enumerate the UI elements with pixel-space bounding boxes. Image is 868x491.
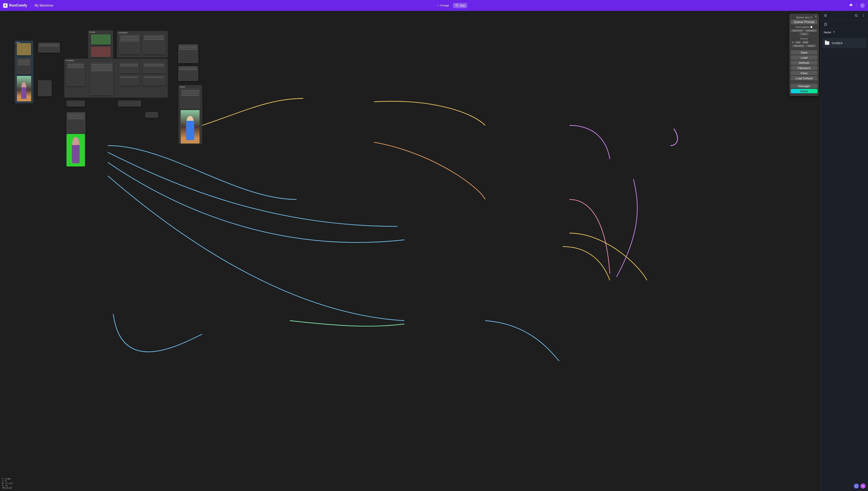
view-queue-button[interactable]: View Queue xyxy=(805,29,818,32)
group-prompt-label: Prompt xyxy=(89,31,95,33)
history-item: 0: Load Delete xyxy=(792,41,816,44)
node[interactable] xyxy=(178,44,198,63)
node[interactable] xyxy=(38,42,60,53)
header-divider xyxy=(31,3,31,8)
header-divider-2 xyxy=(856,3,857,8)
stat-fps: FPS:56.82 xyxy=(2,487,13,489)
fab-row xyxy=(854,484,866,489)
more-icon[interactable] xyxy=(862,14,865,18)
stop-label: Stop xyxy=(460,4,465,7)
history-box: History 0: Load Delete Clear History Ref… xyxy=(791,36,817,49)
clear-history-button[interactable]: Clear History xyxy=(792,45,805,47)
sidebar-toolbar xyxy=(821,11,868,21)
history-index: 0: xyxy=(792,41,794,44)
stop-icon xyxy=(455,3,459,7)
change-label: Change xyxy=(440,4,449,7)
sidebar-item-label: ComfyUI xyxy=(832,41,842,45)
stat-n: N: 17 [17] xyxy=(2,483,13,485)
refresh-button[interactable]: Refresh xyxy=(791,60,817,65)
greenscreen-image-preview[interactable] xyxy=(66,134,85,167)
node[interactable] xyxy=(143,62,165,73)
stop-button[interactable]: Stop xyxy=(453,3,467,8)
history-load-button[interactable]: Load xyxy=(794,41,801,44)
stat-v: V: 37 xyxy=(2,485,13,487)
output-image-preview[interactable] xyxy=(181,110,199,143)
header-center: + Change Stop xyxy=(435,3,467,8)
history-delete-button[interactable]: Delete xyxy=(802,41,809,44)
change-button[interactable]: + Change xyxy=(435,3,451,8)
node[interactable] xyxy=(118,100,141,107)
svg-rect-0 xyxy=(456,4,458,6)
history-refresh-button[interactable]: Refresh xyxy=(806,45,816,47)
share-button[interactable]: Share xyxy=(791,89,817,93)
avatar[interactable]: J xyxy=(860,3,865,8)
sidebar-list: ComfyUI xyxy=(821,36,868,50)
sidebar-item-comfyui[interactable]: ComfyUI xyxy=(822,38,866,48)
panel-drag-handle[interactable]: ⋮⋮ xyxy=(791,15,795,17)
file-sidebar: Name ComfyUI xyxy=(821,11,868,491)
gear-icon[interactable]: ⚙ xyxy=(815,15,817,18)
close-button[interactable]: Close xyxy=(799,32,809,35)
sync-fab[interactable] xyxy=(854,484,859,489)
arrow-up-icon xyxy=(833,31,836,34)
node[interactable] xyxy=(90,62,113,95)
extra-options-checkbox[interactable] xyxy=(810,26,812,28)
canvas-stats: T: 0.00s I: 0 N: 17 [17] V: 37 FPS:56.82 xyxy=(2,478,13,489)
sidebar-sort-row[interactable]: Name xyxy=(821,28,868,36)
sidebar-name-label: Name xyxy=(824,31,831,34)
node-prompt-positive[interactable] xyxy=(91,34,111,45)
extra-options-row: Extra options xyxy=(791,26,817,28)
node[interactable] xyxy=(143,76,165,85)
group-animatediff-label: AnimateDiff xyxy=(118,32,127,34)
close-fab[interactable] xyxy=(861,484,866,489)
manager-button[interactable]: Manager xyxy=(791,84,817,88)
node[interactable] xyxy=(119,34,140,54)
plus-icon: + xyxy=(437,4,439,7)
home-icon[interactable] xyxy=(824,22,827,27)
svg-point-1 xyxy=(855,14,857,17)
node[interactable] xyxy=(178,66,198,81)
node[interactable] xyxy=(66,112,85,134)
folder-icon xyxy=(825,41,829,45)
extra-options-label: Extra options xyxy=(796,26,810,28)
brand-logo: R xyxy=(3,3,7,8)
node[interactable] xyxy=(119,76,139,85)
svg-point-3 xyxy=(863,15,864,16)
group-output-label: Output xyxy=(180,86,185,88)
queue-prompt-button[interactable]: Queue Prompt xyxy=(791,20,817,24)
svg-point-4 xyxy=(863,16,864,17)
queue-front-button[interactable]: Queue Front xyxy=(791,29,804,32)
node[interactable] xyxy=(38,80,52,96)
node[interactable] xyxy=(66,62,85,86)
history-title: History xyxy=(792,37,816,40)
save-button[interactable]: Save xyxy=(791,50,817,55)
canvas[interactable]: Input Prompt AnimateDiff ControlNet Outp… xyxy=(0,11,821,491)
control-panel[interactable]: ⋮⋮ ⚙ Queue size: 0 Queue Prompt Extra op… xyxy=(789,14,819,96)
load-default-button[interactable]: Load Default xyxy=(791,76,817,80)
search-icon[interactable] xyxy=(855,14,858,18)
panel-divider xyxy=(791,82,817,83)
app-header: R RunComfy My Machines + Change Stop J xyxy=(0,0,868,11)
node-prompt-negative[interactable] xyxy=(91,47,111,57)
node[interactable] xyxy=(143,34,165,54)
menu-icon[interactable] xyxy=(824,14,827,18)
brand[interactable]: R RunComfy xyxy=(3,3,27,8)
header-left: R RunComfy My Machines xyxy=(3,3,53,8)
node[interactable] xyxy=(17,43,31,55)
load-button[interactable]: Load xyxy=(791,55,817,60)
input-image-preview[interactable] xyxy=(17,76,31,102)
clear-button[interactable]: Clear xyxy=(791,71,817,75)
brand-name: RunComfy xyxy=(9,3,27,7)
discord-icon[interactable] xyxy=(849,3,853,8)
header-right: J xyxy=(849,3,865,8)
node[interactable] xyxy=(180,89,200,109)
node[interactable] xyxy=(145,112,158,118)
clipspace-button[interactable]: Clipspace xyxy=(791,66,817,70)
node[interactable] xyxy=(66,100,85,107)
node[interactable] xyxy=(17,58,31,74)
nav-my-machines[interactable]: My Machines xyxy=(34,4,53,7)
stat-t: T: 0.00s xyxy=(2,478,13,480)
stat-i: I: 0 xyxy=(2,480,13,483)
node[interactable] xyxy=(119,62,139,73)
svg-point-2 xyxy=(863,14,864,15)
